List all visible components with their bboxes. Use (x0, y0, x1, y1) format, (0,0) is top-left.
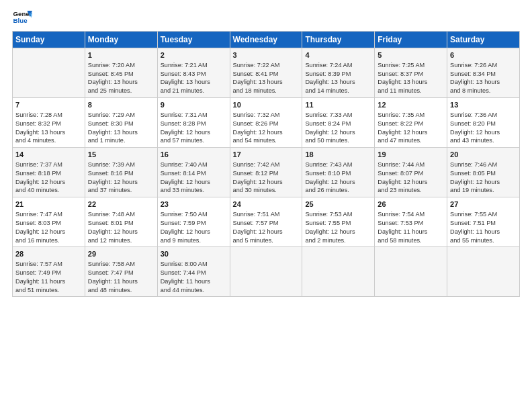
day-info: Sunrise: 7:25 AMSunset: 8:37 PMDaylight:… (378, 62, 427, 94)
day-number: 20 (450, 150, 517, 160)
col-tuesday: Tuesday (157, 32, 230, 48)
day-number: 15 (88, 150, 154, 160)
calendar-cell: 24Sunrise: 7:51 AMSunset: 7:57 PMDayligh… (230, 197, 302, 247)
page: General Blue Sunday Monday Tuesday Wedne… (0, 0, 532, 411)
calendar-cell: 30Sunrise: 8:00 AMSunset: 7:44 PMDayligh… (157, 247, 230, 297)
day-info: Sunrise: 7:53 AMSunset: 7:55 PMDaylight:… (305, 211, 355, 243)
calendar-header-row: Sunday Monday Tuesday Wednesday Thursday… (13, 32, 520, 48)
day-info: Sunrise: 7:31 AMSunset: 8:28 PMDaylight:… (161, 111, 210, 144)
day-number: 4 (305, 50, 371, 60)
day-number: 5 (378, 50, 444, 60)
day-info: Sunrise: 7:33 AMSunset: 8:24 PMDaylight:… (305, 111, 355, 144)
day-number: 18 (305, 150, 371, 160)
calendar-cell: 3Sunrise: 7:22 AMSunset: 8:41 PMDaylight… (230, 48, 302, 98)
col-friday: Friday (375, 32, 447, 48)
day-number: 8 (88, 100, 154, 110)
calendar-cell: 29Sunrise: 7:58 AMSunset: 7:47 PMDayligh… (85, 247, 157, 297)
calendar-cell: 4Sunrise: 7:24 AMSunset: 8:39 PMDaylight… (302, 48, 375, 98)
calendar-cell: 21Sunrise: 7:47 AMSunset: 8:03 PMDayligh… (13, 197, 85, 247)
day-number: 6 (450, 50, 517, 60)
day-number: 19 (378, 150, 444, 160)
logo-icon: General Blue (12, 7, 32, 27)
calendar-cell (375, 247, 447, 297)
day-number: 3 (233, 50, 300, 60)
day-number: 13 (450, 100, 517, 110)
calendar-cell: 13Sunrise: 7:36 AMSunset: 8:20 PMDayligh… (447, 98, 520, 148)
calendar-cell (230, 247, 302, 297)
day-info: Sunrise: 7:35 AMSunset: 8:22 PMDaylight:… (378, 111, 427, 144)
day-number: 27 (450, 199, 517, 210)
calendar-week-row: 14Sunrise: 7:37 AMSunset: 8:18 PMDayligh… (13, 148, 520, 197)
calendar-cell: 8Sunrise: 7:29 AMSunset: 8:30 PMDaylight… (85, 98, 157, 148)
calendar-cell: 1Sunrise: 7:20 AMSunset: 8:45 PMDaylight… (85, 48, 157, 98)
calendar-cell: 2Sunrise: 7:21 AMSunset: 8:43 PMDaylight… (157, 48, 230, 98)
calendar-cell: 5Sunrise: 7:25 AMSunset: 8:37 PMDaylight… (375, 48, 447, 98)
calendar-cell (13, 48, 85, 98)
calendar-week-row: 21Sunrise: 7:47 AMSunset: 8:03 PMDayligh… (13, 197, 520, 247)
calendar-cell (447, 247, 520, 297)
calendar-cell: 12Sunrise: 7:35 AMSunset: 8:22 PMDayligh… (375, 98, 447, 148)
col-monday: Monday (85, 32, 157, 48)
calendar-cell: 17Sunrise: 7:42 AMSunset: 8:12 PMDayligh… (230, 148, 302, 197)
day-info: Sunrise: 7:20 AMSunset: 8:45 PMDaylight:… (88, 62, 138, 94)
day-number: 26 (378, 199, 444, 210)
calendar-cell: 28Sunrise: 7:57 AMSunset: 7:49 PMDayligh… (13, 247, 85, 297)
day-number: 11 (305, 100, 371, 110)
calendar-cell: 15Sunrise: 7:39 AMSunset: 8:16 PMDayligh… (85, 148, 157, 197)
day-info: Sunrise: 7:28 AMSunset: 8:32 PMDaylight:… (15, 111, 65, 144)
day-info: Sunrise: 7:50 AMSunset: 7:59 PMDaylight:… (161, 211, 210, 243)
day-number: 17 (233, 150, 300, 160)
day-info: Sunrise: 7:21 AMSunset: 8:43 PMDaylight:… (161, 62, 210, 94)
day-number: 22 (88, 199, 154, 210)
day-number: 12 (378, 100, 444, 110)
calendar-cell: 14Sunrise: 7:37 AMSunset: 8:18 PMDayligh… (13, 148, 85, 197)
calendar-cell: 19Sunrise: 7:44 AMSunset: 8:07 PMDayligh… (375, 148, 447, 197)
day-info: Sunrise: 7:44 AMSunset: 8:07 PMDaylight:… (378, 161, 427, 193)
day-info: Sunrise: 7:22 AMSunset: 8:41 PMDaylight:… (233, 62, 283, 94)
day-info: Sunrise: 7:40 AMSunset: 8:14 PMDaylight:… (161, 161, 210, 193)
day-info: Sunrise: 7:43 AMSunset: 8:10 PMDaylight:… (305, 161, 355, 193)
day-info: Sunrise: 7:55 AMSunset: 7:51 PMDaylight:… (450, 211, 500, 243)
day-info: Sunrise: 7:42 AMSunset: 8:12 PMDaylight:… (233, 161, 283, 193)
day-number: 25 (305, 199, 371, 210)
day-info: Sunrise: 7:26 AMSunset: 8:34 PMDaylight:… (450, 62, 500, 94)
col-thursday: Thursday (302, 32, 375, 48)
day-info: Sunrise: 8:00 AMSunset: 7:44 PMDaylight:… (161, 261, 210, 293)
calendar-cell: 6Sunrise: 7:26 AMSunset: 8:34 PMDaylight… (447, 48, 520, 98)
day-number: 16 (161, 150, 227, 160)
day-info: Sunrise: 7:39 AMSunset: 8:16 PMDaylight:… (88, 161, 138, 193)
calendar-cell: 27Sunrise: 7:55 AMSunset: 7:51 PMDayligh… (447, 197, 520, 247)
calendar-week-row: 1Sunrise: 7:20 AMSunset: 8:45 PMDaylight… (13, 48, 520, 98)
day-info: Sunrise: 7:51 AMSunset: 7:57 PMDaylight:… (233, 211, 283, 243)
calendar-cell: 7Sunrise: 7:28 AMSunset: 8:32 PMDaylight… (13, 98, 85, 148)
day-info: Sunrise: 7:47 AMSunset: 8:03 PMDaylight:… (15, 211, 65, 243)
day-info: Sunrise: 7:58 AMSunset: 7:47 PMDaylight:… (88, 261, 138, 293)
calendar-cell: 9Sunrise: 7:31 AMSunset: 8:28 PMDaylight… (157, 98, 230, 148)
calendar-week-row: 28Sunrise: 7:57 AMSunset: 7:49 PMDayligh… (13, 247, 520, 297)
day-info: Sunrise: 7:54 AMSunset: 7:53 PMDaylight:… (378, 211, 427, 243)
day-number: 7 (15, 100, 82, 110)
calendar-cell: 23Sunrise: 7:50 AMSunset: 7:59 PMDayligh… (157, 197, 230, 247)
calendar-cell: 26Sunrise: 7:54 AMSunset: 7:53 PMDayligh… (375, 197, 447, 247)
calendar-cell (302, 247, 375, 297)
calendar-cell: 16Sunrise: 7:40 AMSunset: 8:14 PMDayligh… (157, 148, 230, 197)
calendar-table: Sunday Monday Tuesday Wednesday Thursday… (12, 31, 520, 297)
day-info: Sunrise: 7:24 AMSunset: 8:39 PMDaylight:… (305, 62, 355, 94)
day-number: 29 (88, 249, 154, 259)
day-info: Sunrise: 7:46 AMSunset: 8:05 PMDaylight:… (450, 161, 500, 193)
col-wednesday: Wednesday (230, 32, 302, 48)
day-info: Sunrise: 7:37 AMSunset: 8:18 PMDaylight:… (15, 161, 65, 193)
day-number: 9 (161, 100, 227, 110)
day-number: 30 (161, 249, 227, 259)
calendar-week-row: 7Sunrise: 7:28 AMSunset: 8:32 PMDaylight… (13, 98, 520, 148)
col-sunday: Sunday (13, 32, 85, 48)
day-info: Sunrise: 7:32 AMSunset: 8:26 PMDaylight:… (233, 111, 283, 144)
col-saturday: Saturday (447, 32, 520, 48)
svg-text:Blue: Blue (13, 17, 28, 24)
day-number: 1 (88, 50, 154, 60)
header: General Blue (12, 7, 520, 27)
day-info: Sunrise: 7:57 AMSunset: 7:49 PMDaylight:… (15, 261, 65, 293)
day-number: 28 (15, 249, 82, 259)
day-number: 2 (161, 50, 227, 60)
day-number: 10 (233, 100, 300, 110)
